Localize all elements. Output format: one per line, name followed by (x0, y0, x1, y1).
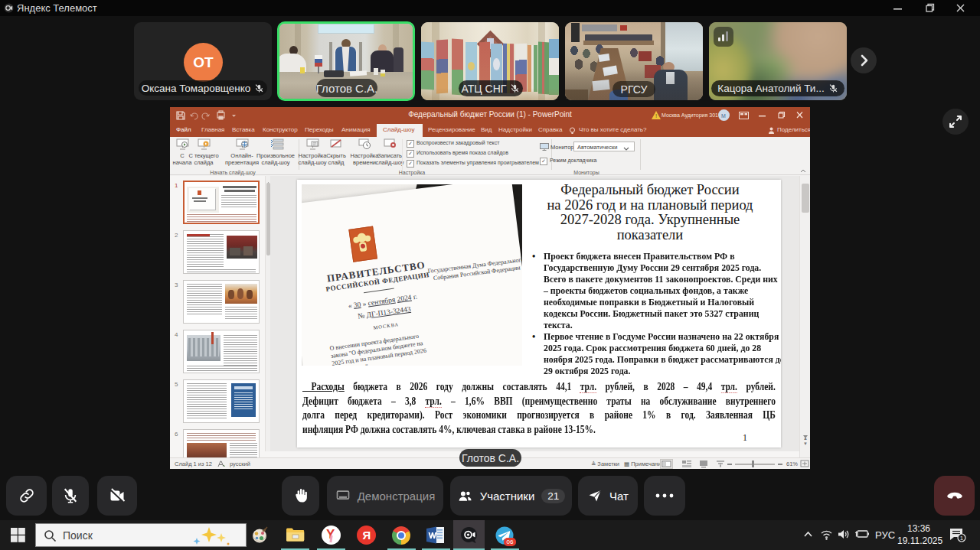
svg-text:!: ! (655, 112, 657, 119)
svg-text:1: 1 (960, 535, 964, 542)
